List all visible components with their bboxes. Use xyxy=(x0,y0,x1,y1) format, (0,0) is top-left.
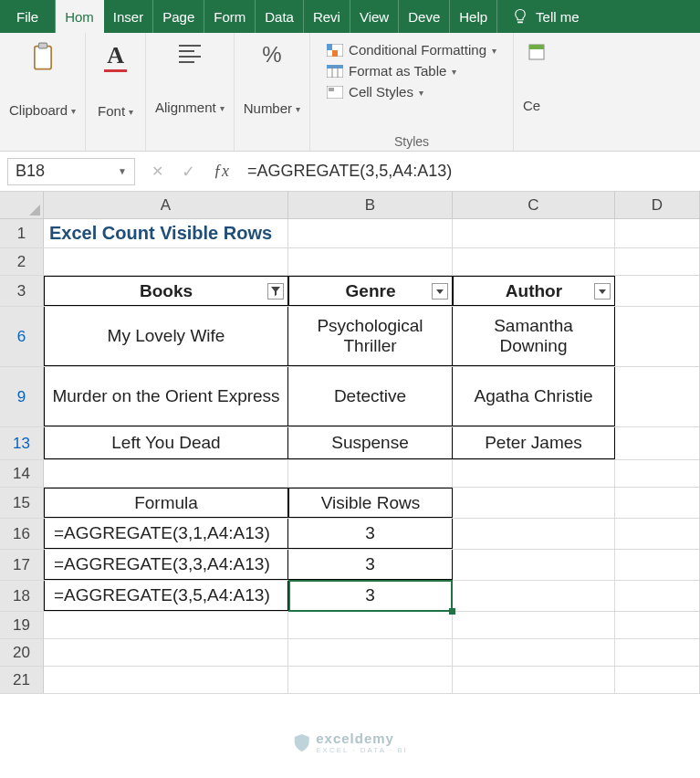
header-author[interactable]: Author xyxy=(453,276,615,306)
cell-result[interactable]: 3 xyxy=(288,519,453,549)
cell-book[interactable]: Murder on the Orient Express xyxy=(44,367,288,426)
cell[interactable] xyxy=(453,248,615,275)
cell[interactable] xyxy=(453,639,615,666)
cell-genre[interactable]: Detective xyxy=(288,367,453,426)
cell[interactable] xyxy=(453,519,615,549)
cell[interactable] xyxy=(615,219,700,247)
row-header[interactable]: 14 xyxy=(0,460,44,487)
name-box[interactable]: B18 ▼ xyxy=(7,158,135,185)
format-as-table-button[interactable]: Format as Table ▾ xyxy=(327,63,456,79)
row-header[interactable]: 21 xyxy=(0,667,44,693)
enter-formula-icon[interactable]: ✓ xyxy=(182,162,195,182)
cell[interactable] xyxy=(288,219,453,247)
cell[interactable] xyxy=(44,667,288,693)
conditional-formatting-button[interactable]: Conditional Formatting ▾ xyxy=(327,42,496,58)
alignment-button[interactable] xyxy=(155,38,225,69)
tab-developer[interactable]: Deve xyxy=(399,0,450,33)
formula-input[interactable]: =AGGREGATE(3,5,A4:A13) xyxy=(238,162,700,181)
cell[interactable] xyxy=(453,612,615,638)
cell[interactable] xyxy=(453,460,615,487)
cell[interactable] xyxy=(615,639,700,666)
cancel-formula-icon[interactable]: ✕ xyxy=(151,163,163,180)
fill-handle[interactable] xyxy=(449,608,455,615)
number-button[interactable]: % xyxy=(244,38,300,71)
cell-formula[interactable]: =AGGREGATE(3,3,A4:A13) xyxy=(44,550,288,580)
cell[interactable] xyxy=(615,612,700,638)
row-header[interactable]: 9 xyxy=(0,367,44,426)
tab-home[interactable]: Hom xyxy=(56,0,104,33)
clipboard-button[interactable] xyxy=(9,38,76,75)
row-header[interactable]: 6 xyxy=(0,307,44,366)
cell[interactable] xyxy=(453,219,615,247)
cell-author[interactable]: Peter James xyxy=(453,427,615,459)
cell[interactable] xyxy=(453,667,615,693)
fx-icon[interactable]: ƒx xyxy=(214,162,229,181)
row-header[interactable]: 17 xyxy=(0,550,44,580)
cell[interactable] xyxy=(288,667,453,693)
cell[interactable] xyxy=(615,460,700,487)
row-header[interactable]: 18 xyxy=(0,581,44,611)
cell-result[interactable]: 3 xyxy=(288,550,453,580)
cell-author[interactable]: Samantha Downing xyxy=(453,307,615,366)
cell[interactable] xyxy=(44,248,288,275)
tab-help[interactable]: Help xyxy=(450,0,497,33)
cell-genre[interactable]: Suspense xyxy=(288,427,453,459)
cell-formula[interactable]: =AGGREGATE(3,1,A4:A13) xyxy=(44,519,288,549)
cell[interactable] xyxy=(615,550,700,580)
col-header-a[interactable]: A xyxy=(44,192,288,218)
filter-button-genre[interactable] xyxy=(432,283,448,300)
cell-formula[interactable]: =AGGREGATE(3,5,A4:A13) xyxy=(44,581,288,611)
cell[interactable] xyxy=(615,427,700,459)
header-genre[interactable]: Genre xyxy=(288,276,453,306)
row-header[interactable]: 3 xyxy=(0,276,44,306)
col-header-c[interactable]: C xyxy=(453,192,615,218)
cell-book[interactable]: Left You Dead xyxy=(44,427,288,459)
cell[interactable] xyxy=(288,460,453,487)
cell[interactable] xyxy=(453,550,615,580)
row-header[interactable]: 16 xyxy=(0,519,44,549)
col-header-d[interactable]: D xyxy=(615,192,700,218)
cell[interactable] xyxy=(44,460,288,487)
cell-styles-button[interactable]: Cell Styles ▾ xyxy=(327,84,423,100)
tell-me-search[interactable]: Tell me xyxy=(503,0,589,33)
row-header[interactable]: 15 xyxy=(0,488,44,518)
cell[interactable] xyxy=(288,612,453,638)
cell-author[interactable]: Agatha Christie xyxy=(453,367,615,426)
row-header[interactable]: 19 xyxy=(0,612,44,638)
cell[interactable] xyxy=(615,367,700,426)
tab-formulas[interactable]: Form xyxy=(204,0,256,33)
cell-a1-title[interactable]: Excel Count Visible Rows xyxy=(44,219,288,247)
cells-button[interactable] xyxy=(523,38,550,66)
tab-view[interactable]: View xyxy=(350,0,399,33)
tab-file[interactable]: File xyxy=(0,0,56,33)
row-header[interactable]: 2 xyxy=(0,248,44,275)
cell-book[interactable]: My Lovely Wife xyxy=(44,307,288,366)
row-header[interactable]: 1 xyxy=(0,219,44,247)
cell[interactable] xyxy=(615,488,700,518)
cell[interactable] xyxy=(615,276,700,306)
header-visible-rows[interactable]: Visible Rows xyxy=(288,488,453,518)
tab-data[interactable]: Data xyxy=(256,0,304,33)
col-header-b[interactable]: B xyxy=(288,192,453,218)
cell[interactable] xyxy=(615,667,700,693)
select-all-button[interactable] xyxy=(0,192,44,218)
header-formula[interactable]: Formula xyxy=(44,488,288,518)
cell[interactable] xyxy=(615,248,700,275)
cell[interactable] xyxy=(44,612,288,638)
cell-genre[interactable]: Psychological Thriller xyxy=(288,307,453,366)
cell[interactable] xyxy=(453,581,615,611)
cell[interactable] xyxy=(615,581,700,611)
cell[interactable] xyxy=(288,248,453,275)
tab-review[interactable]: Revi xyxy=(304,0,350,33)
header-books[interactable]: Books xyxy=(44,276,288,306)
tab-page-layout[interactable]: Page xyxy=(153,0,204,33)
cell[interactable] xyxy=(615,519,700,549)
row-header[interactable]: 20 xyxy=(0,639,44,666)
row-header[interactable]: 13 xyxy=(0,427,44,459)
cell[interactable] xyxy=(44,639,288,666)
filter-button-books[interactable] xyxy=(267,283,284,300)
font-button[interactable]: A xyxy=(95,38,136,76)
cell-result-active[interactable]: 3 xyxy=(288,581,453,611)
filter-button-author[interactable] xyxy=(594,283,611,300)
tab-insert[interactable]: Inser xyxy=(104,0,153,33)
